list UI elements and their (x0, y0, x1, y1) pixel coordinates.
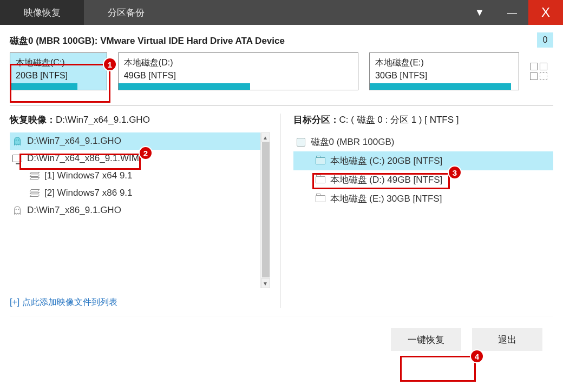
tab-label: 映像恢复 (24, 6, 61, 19)
partition-size: 49GB [NTFS] (124, 71, 352, 81)
partition-name: 本地磁盘(E:) (375, 57, 513, 69)
target-title-value: C: ( 磁盘 0 : 分区 1 ) [ NTFS ] (339, 115, 459, 125)
folder-icon (315, 175, 326, 185)
panes: 恢复映像：D:\Win7_x64_9.1.GHO D:\Win7_x64_9.1… (10, 114, 553, 308)
dropdown-button[interactable]: ▼ (463, 0, 496, 25)
target-partition-c[interactable]: 本地磁盘 (C:) 20GB [NTFS] (293, 151, 554, 170)
target-item-label: 磁盘0 (MBR 100GB) (311, 136, 395, 148)
source-title: 恢复映像：D:\Win7_x64_9.1.GHO (10, 114, 270, 126)
target-partition-d[interactable]: 本地磁盘 (D:) 49GB [NTFS] (293, 170, 554, 189)
restore-button[interactable]: 一键恢复 (391, 328, 461, 351)
close-button[interactable]: X (528, 0, 563, 25)
target-item-label: 本地磁盘 (C:) 20GB [NTFS] (330, 155, 443, 167)
partition-size: 20GB [NTFS] (16, 71, 101, 81)
close-icon: X (541, 5, 550, 20)
disk-icon (296, 137, 306, 148)
ghost-icon (12, 205, 23, 216)
titlebar: 映像恢复 分区备份 ▼ — X (0, 0, 563, 25)
separator (10, 105, 553, 106)
exit-button[interactable]: 退出 (472, 328, 542, 351)
monitor-icon (12, 153, 23, 164)
folder-icon (315, 156, 326, 167)
disk-index-badge[interactable]: 0 (537, 32, 553, 48)
partition-size: 30GB [NTFS] (375, 71, 513, 81)
tab-image-restore[interactable]: 映像恢复 (0, 0, 84, 25)
source-list: D:\Win7_x64_9.1.GHO D:\Win7_x64_x86_9.1.… (10, 132, 270, 288)
view-grid-icon[interactable] (530, 52, 553, 90)
partition-usage (10, 83, 77, 90)
restore-button-label: 一键恢复 (408, 334, 444, 346)
minimize-icon: — (507, 7, 517, 18)
source-pane: 恢复映像：D:\Win7_x64_9.1.GHO D:\Win7_x64_9.1… (10, 114, 280, 308)
svg-point-1 (18, 139, 19, 141)
source-title-value: D:\Win7_x64_9.1.GHO (56, 115, 150, 125)
image-item-gho-x64[interactable]: D:\Win7_x64_9.1.GHO (10, 132, 270, 150)
scroll-up-icon[interactable]: ▲ (261, 132, 270, 142)
scroll-down-icon[interactable]: ▼ (261, 278, 270, 288)
partition-usage (119, 83, 250, 90)
scroll-thumb[interactable] (262, 142, 270, 277)
layers-icon (29, 170, 40, 181)
target-title: 目标分区：C: ( 磁盘 0 : 分区 1 ) [ NTFS ] (293, 114, 554, 126)
partition-name: 本地磁盘(D:) (124, 57, 352, 69)
partition-usage (370, 83, 511, 90)
partition-c[interactable]: 本地磁盘(C:) 20GB [NTFS] (10, 52, 107, 90)
target-list: 磁盘0 (MBR 100GB) 本地磁盘 (C:) 20GB [NTFS] 本地… (293, 132, 554, 308)
target-item-label: 本地磁盘 (E:) 30GB [NTFS] (330, 192, 442, 205)
target-item-label: 本地磁盘 (D:) 49GB [NTFS] (330, 174, 443, 186)
content: 磁盘0 (MBR 100GB): VMware Virtual IDE Hard… (0, 25, 563, 356)
tab-partition-backup[interactable]: 分区备份 (84, 0, 168, 25)
tab-label: 分区备份 (108, 6, 145, 19)
exit-button-label: 退出 (498, 334, 516, 346)
image-item-label: [2] Windows7 x86 9.1 (44, 188, 133, 198)
folder-icon (315, 194, 326, 204)
wim-subimage-2[interactable]: [2] Windows7 x86 9.1 (10, 184, 270, 202)
annotation-box-4 (400, 356, 476, 382)
wim-subimage-1[interactable]: [1] Windows7 x64 9.1 (10, 167, 270, 184)
partition-bar: 本地磁盘(C:) 20GB [NTFS] 本地磁盘(D:) 49GB [NTFS… (10, 52, 553, 90)
ghost-icon (12, 136, 23, 147)
partition-d[interactable]: 本地磁盘(D:) 49GB [NTFS] (118, 52, 358, 90)
image-item-label: D:\Win7_x64_9.1.GHO (27, 136, 121, 147)
target-title-strong: 目标分区： (293, 115, 339, 125)
image-item-label: [1] Windows7 x64 9.1 (44, 170, 133, 181)
svg-point-3 (18, 209, 19, 210)
target-disk-0[interactable]: 磁盘0 (MBR 100GB) (293, 132, 554, 151)
layers-icon (29, 188, 40, 198)
footer: 一键恢复 退出 (10, 316, 553, 351)
minimize-button[interactable]: — (496, 0, 528, 25)
svg-point-2 (16, 209, 17, 210)
image-item-wim[interactable]: D:\Win7_x64_x86_9.1.WIM (10, 150, 270, 167)
image-item-label: D:\Win7_x64_x86_9.1.WIM (27, 153, 139, 164)
source-title-strong: 恢复映像： (10, 115, 56, 125)
disk-header-label: 磁盘0 (MBR 100GB): VMware Virtual IDE Hard… (10, 35, 553, 47)
partition-e[interactable]: 本地磁盘(E:) 30GB [NTFS] (369, 52, 519, 90)
add-image-link[interactable]: [+] 点此添加映像文件到列表 (10, 297, 270, 308)
target-partition-e[interactable]: 本地磁盘 (E:) 30GB [NTFS] (293, 189, 554, 208)
image-item-gho-x86[interactable]: D:\Win7_x86_9.1.GHO (10, 202, 270, 219)
target-pane: 目标分区：C: ( 磁盘 0 : 分区 1 ) [ NTFS ] 磁盘0 (MB… (280, 114, 554, 308)
scrollbar[interactable]: ▲ ▼ (260, 132, 270, 288)
chevron-down-icon: ▼ (475, 7, 485, 18)
svg-point-0 (16, 139, 17, 141)
partition-name: 本地磁盘(C:) (16, 57, 101, 69)
image-item-label: D:\Win7_x86_9.1.GHO (27, 205, 121, 216)
titlebar-spacer (168, 0, 463, 25)
